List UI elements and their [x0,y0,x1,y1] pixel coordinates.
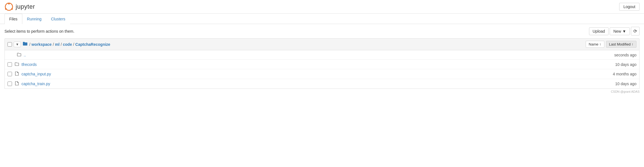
list-item-captcha-input: captcha_input.py 4 months ago [5,69,639,79]
current-folder-icon [23,42,28,47]
tfrecords-folder-icon [14,62,19,67]
captcha-train-file-icon [14,81,19,86]
captcha-input-modified: 4 months ago [613,72,636,76]
svg-point-1 [8,3,10,4]
logout-button[interactable]: Logout [619,3,640,11]
select-items-text: Select items to perform actions on them. [4,29,75,34]
tab-files[interactable]: Files [4,14,22,24]
header: jupyter Logout [0,0,644,14]
breadcrumb-workspace[interactable]: workspace [32,42,52,47]
svg-point-2 [11,8,13,10]
tfrecords-link[interactable]: tfrecords [21,62,37,67]
tfrecords-modified: 10 days ago [615,62,636,67]
watermark: CSDN @grant ADAS [0,89,644,94]
breadcrumb-left: ▼ / workspace / ml / code / CaptchaRecog… [8,42,110,47]
list-item-parent: .. seconds ago [5,50,639,60]
captcha-train-link[interactable]: captcha_train.py [21,82,50,86]
tabs-bar: Files Running Clusters [0,14,644,24]
file-area: ▼ / workspace / ml / code / CaptchaRecog… [0,38,644,89]
breadcrumb-code[interactable]: code [63,42,72,47]
sort-modified-button[interactable]: Last Modified ↑ [606,41,636,48]
breadcrumb-right: Name ↑ Last Modified ↑ [586,41,636,48]
select-all-checkbox[interactable] [8,42,12,47]
jupyter-logo-icon [4,2,13,11]
logo-area: jupyter [4,2,35,11]
parent-link[interactable]: .. [24,53,26,57]
breadcrumb-captcharecognize[interactable]: CaptchaRecognize [75,42,110,47]
svg-point-3 [5,8,7,10]
tfrecords-checkbox[interactable] [8,62,12,67]
captcha-train-modified: 10 days ago [615,82,636,86]
new-dropdown-icon: ▼ [622,29,626,34]
captcha-input-checkbox[interactable] [8,72,12,76]
breadcrumb-dropdown-button[interactable]: ▼ [14,42,21,47]
parent-modified: seconds ago [614,53,636,57]
breadcrumb-row: ▼ / workspace / ml / code / CaptchaRecog… [4,38,640,50]
captcha-input-file-icon [14,71,19,77]
list-item-captcha-train: captcha_train.py 10 days ago [5,79,639,89]
tab-running[interactable]: Running [22,14,46,24]
app-title: jupyter [16,3,35,10]
new-label: New [613,29,621,34]
toolbar-actions: Upload New ▼ ⟳ [589,27,640,35]
sort-name-button[interactable]: Name ↑ [586,41,604,48]
refresh-button[interactable]: ⟳ [631,27,640,35]
new-button[interactable]: New ▼ [610,27,630,35]
breadcrumb-ml[interactable]: ml [55,42,59,47]
upload-button[interactable]: Upload [589,27,609,35]
tab-clusters[interactable]: Clusters [46,14,70,24]
breadcrumb-path: / workspace / ml / code / CaptchaRecogni… [29,42,110,47]
captcha-input-link[interactable]: captcha_input.py [21,72,51,76]
file-list: .. seconds ago tfrecords 10 days ago [4,50,640,89]
list-item-tfrecords: tfrecords 10 days ago [5,60,639,69]
parent-folder-icon [16,53,21,57]
captcha-train-checkbox[interactable] [8,82,12,86]
toolbar-row: Select items to perform actions on them.… [0,24,644,38]
